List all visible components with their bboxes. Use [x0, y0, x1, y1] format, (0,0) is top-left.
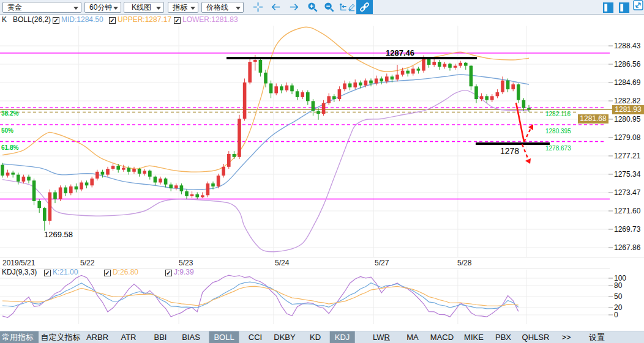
indicator-tab-DKBY[interactable]: DKBY — [269, 331, 300, 343]
y-axis-label: 1279.08 — [614, 133, 640, 142]
fib-value-label: 1280.395 — [545, 128, 571, 135]
low-price-label: 1269.58 — [44, 230, 73, 239]
kdj-axis-label: 80 — [614, 281, 622, 290]
trading-app-window: 黄金 60分钟 K线图 指标 价格线 K BOLL(26,2) ✓MID:128… — [0, 0, 644, 343]
kdj-j-value: J:9.39 — [174, 268, 194, 276]
y-axis-label: 1282.82 — [614, 97, 640, 105]
indicator-tab-LWR[interactable]: LWR — [368, 331, 395, 343]
indicator-tabbar: 常用指标自定义指标ARBRATRBBIBIASBOLLCCIDKBYKDKDJL… — [0, 331, 644, 343]
y-axis-label: 1286.56 — [614, 60, 640, 68]
x-axis-date-label: 5/28 — [457, 259, 471, 267]
x-axis-date-label: 2019/5/21 — [2, 259, 35, 267]
resistance-price-label: 1287.46 — [386, 48, 414, 57]
y-axis-label: 1277.21 — [614, 152, 640, 160]
y-axis-label: 1269.73 — [614, 225, 640, 234]
indicator-tab-MIKE[interactable]: MIKE — [459, 331, 489, 343]
boll-upper-toggle[interactable]: ✓UPPER:1287.17 — [109, 15, 171, 24]
indicator-tab-PBX[interactable]: PBX — [490, 331, 516, 343]
kdj-d-toggle[interactable]: ✓D:26.80 — [104, 268, 138, 276]
checkbox-checked-icon[interactable]: ✓ — [109, 17, 116, 24]
boll-upper-value: UPPER:1287.17 — [118, 15, 171, 24]
current-price-badge: 1281.93 — [612, 105, 644, 114]
kdj-k-value: K:21.00 — [53, 268, 78, 276]
y-axis-label: 1288.43 — [614, 42, 640, 50]
indicator-tab-MA[interactable]: MA — [402, 331, 424, 343]
indicator-tab-BOLL[interactable]: BOLL — [209, 331, 239, 343]
y-axis-label: 1284.69 — [614, 78, 640, 87]
indicator-tab-KDJ[interactable]: KDJ — [330, 331, 355, 343]
settings-tab[interactable]: 设置 — [584, 331, 610, 343]
y-axis-label: 1273.47 — [614, 188, 640, 197]
pane-k-label: K — [2, 15, 7, 24]
x-axis-date-label: 5/24 — [275, 259, 289, 267]
boll-mid-toggle[interactable]: ✓MID:1284.50 — [53, 15, 103, 24]
x-axis-date-label: 5/27 — [375, 259, 389, 267]
kdj-title: KDJ(9,3,3) — [2, 268, 37, 276]
indicator-tab-自定义指标[interactable]: 自定义指标 — [36, 331, 86, 343]
boll-header: K BOLL(26,2) — [2, 15, 51, 24]
kdj-j-toggle[interactable]: ✓J:9.39 — [165, 268, 194, 276]
indicator-tab-常用指标[interactable]: 常用指标 — [0, 331, 39, 343]
indicator-tab-BIAS[interactable]: BIAS — [177, 331, 205, 343]
indicator-tab-ATR[interactable]: ATR — [116, 331, 141, 343]
indicator-tab-KD[interactable]: KD — [305, 331, 326, 343]
fib-percent-label: 61.8% — [1, 144, 18, 151]
indicator-tab-CCI[interactable]: CCI — [244, 331, 267, 343]
boll-lower-toggle[interactable]: ✓LOWER:1281.83 — [174, 15, 238, 24]
boll-title: BOLL(26,2) — [13, 15, 51, 24]
fib-value-label: 1282.116 — [545, 111, 571, 117]
indicator-tab->>[interactable]: >> — [556, 331, 575, 343]
support-price-label: 1278 — [500, 146, 519, 156]
x-axis-date-label: 5/23 — [179, 259, 193, 267]
checkbox-checked-icon[interactable]: ✓ — [53, 17, 59, 24]
indicator-tab-QHLSR[interactable]: QHLSR — [517, 331, 555, 343]
checkbox-checked-icon[interactable]: ✓ — [44, 270, 51, 276]
boll-mid-value: MID:1284.50 — [61, 15, 103, 24]
fib-percent-label: 50% — [1, 127, 13, 134]
indicator-tab-ARBR[interactable]: ARBR — [81, 331, 113, 343]
kdj-header: KDJ(9,3,3) — [2, 268, 37, 276]
y-axis-label: 1275.34 — [614, 170, 640, 179]
boll-lower-value: LOWER:1281.83 — [182, 15, 238, 24]
checkbox-checked-icon[interactable]: ✓ — [104, 270, 111, 276]
chart-canvas[interactable] — [0, 0, 644, 343]
price-tag-badge: 1281.68 — [578, 114, 608, 124]
indicator-tab-BBI[interactable]: BBI — [149, 331, 172, 343]
checkbox-checked-icon[interactable]: ✓ — [165, 270, 172, 276]
x-axis-date-label: 5/22 — [80, 259, 94, 267]
y-axis-label: 1271.60 — [614, 207, 640, 215]
kdj-axis-label: 0 — [614, 311, 618, 319]
kdj-d-value: D:26.80 — [113, 268, 138, 276]
checkbox-checked-icon[interactable]: ✓ — [174, 17, 181, 24]
kdj-k-toggle[interactable]: ✓K:21.00 — [44, 268, 78, 276]
y-axis-label: 1267.86 — [614, 243, 640, 252]
y-axis-label: 1280.95 — [614, 115, 640, 124]
indicator-tab-MACD[interactable]: MACD — [425, 331, 459, 343]
kdj-axis-label: 50 — [614, 292, 622, 301]
fib-percent-label: 38.2% — [1, 110, 18, 117]
fib-value-label: 1278.673 — [545, 145, 571, 152]
